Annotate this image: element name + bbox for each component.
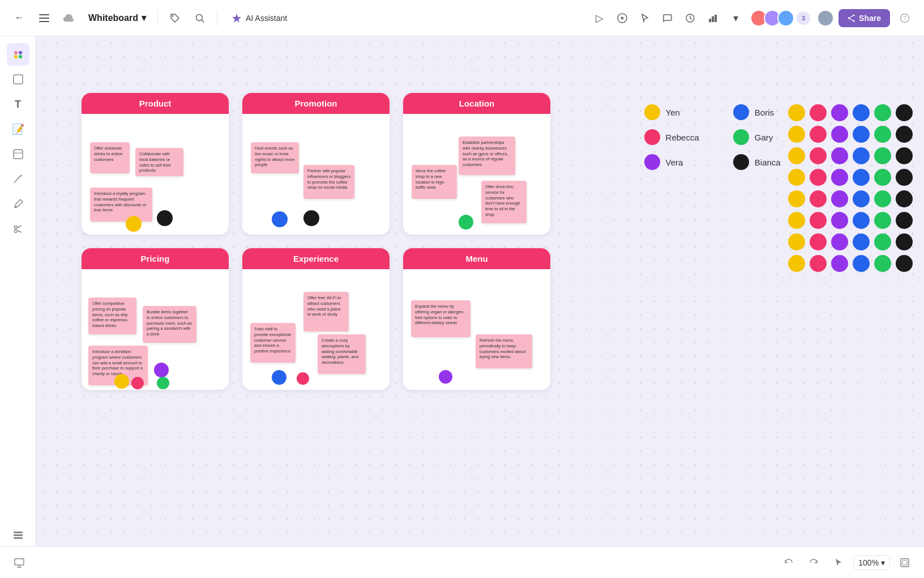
color-grid-dot[interactable] <box>896 190 913 207</box>
sticky-8[interactable]: Offer drive-thru service for customers w… <box>481 181 527 223</box>
menu-button[interactable] <box>34 8 54 28</box>
sticky-9[interactable]: Offer competitive pricing on popular ite… <box>88 298 136 334</box>
color-grid-dot[interactable] <box>788 233 805 250</box>
canvas[interactable]: Product Offer seasonal drinks to entice … <box>36 36 924 578</box>
sticky-5[interactable]: Partner with popular influencers or blog… <box>303 165 354 199</box>
sidebar-tool-note[interactable]: 📝 <box>7 118 29 141</box>
color-grid-dot[interactable] <box>831 169 848 186</box>
color-grid-dot[interactable] <box>874 233 891 250</box>
color-grid-dot[interactable] <box>874 104 891 121</box>
sidebar-tool-shape[interactable] <box>7 143 29 165</box>
sticky-10[interactable]: Bundle items together to entice customer… <box>143 306 196 343</box>
color-grid-dot[interactable] <box>810 233 827 250</box>
color-grid-dot[interactable] <box>853 255 870 272</box>
color-grid-dot[interactable] <box>853 126 870 143</box>
color-grid-dot[interactable] <box>810 190 827 207</box>
sidebar-tool-scissors[interactable] <box>7 218 29 240</box>
color-grid-dot[interactable] <box>831 233 848 250</box>
sticky-3[interactable]: Introduce a loyalty program that rewards… <box>90 188 152 222</box>
color-grid-dot[interactable] <box>831 126 848 143</box>
color-grid-dot[interactable] <box>853 104 870 121</box>
sticky-2[interactable]: Collaborate with local bakeries or cafes… <box>135 148 183 176</box>
sticky-15[interactable]: Expand the menu by offering vegan or all… <box>411 300 470 337</box>
sidebar-tool-list[interactable] <box>7 524 29 546</box>
sticky-14[interactable]: Create a cozy atmosphere by adding comfo… <box>318 334 366 374</box>
current-user-avatar[interactable] <box>817 10 834 27</box>
color-grid-dot[interactable] <box>896 169 913 186</box>
card-pricing-body: Offer competitive pricing on popular ite… <box>82 269 229 386</box>
color-grid-dot[interactable] <box>788 212 805 229</box>
color-grid-dot[interactable] <box>788 126 805 143</box>
color-grid-dot[interactable] <box>896 233 913 250</box>
whiteboard-title[interactable]: Whiteboard ▾ <box>84 10 151 26</box>
play-button[interactable] <box>612 8 632 28</box>
color-grid-dot[interactable] <box>831 190 848 207</box>
redo-button[interactable] <box>803 552 824 573</box>
color-grid-dot[interactable] <box>788 190 805 207</box>
color-grid-dot[interactable] <box>810 147 827 164</box>
color-grid-dot[interactable] <box>896 212 913 229</box>
cursor-tool-button[interactable] <box>828 552 849 573</box>
sticky-1[interactable]: Offer seasonal drinks to entice customer… <box>90 142 130 173</box>
tag-button[interactable] <box>165 8 185 28</box>
color-grid-dot[interactable] <box>831 255 848 272</box>
expand-button[interactable]: ▷ <box>589 8 610 28</box>
color-grid-dot[interactable] <box>810 212 827 229</box>
color-grid-dot[interactable] <box>896 147 913 164</box>
color-grid-dot[interactable] <box>788 147 805 164</box>
color-grid-dot[interactable] <box>896 104 913 121</box>
color-grid-dot[interactable] <box>853 212 870 229</box>
color-grid-dot[interactable] <box>788 255 805 272</box>
color-grid-dot[interactable] <box>853 169 870 186</box>
color-grid-dot[interactable] <box>788 169 805 186</box>
cloud-button[interactable] <box>59 8 79 28</box>
color-grid-dot[interactable] <box>874 147 891 164</box>
comment-button[interactable] <box>657 8 678 28</box>
color-grid-dot[interactable] <box>853 190 870 207</box>
color-grid-dot[interactable] <box>810 255 827 272</box>
card-pricing: Pricing Offer competitive pricing on pop… <box>82 248 229 390</box>
color-grid-dot[interactable] <box>874 212 891 229</box>
back-button[interactable]: ← <box>9 8 29 28</box>
search-button[interactable] <box>190 8 210 28</box>
sticky-6[interactable]: Move the coffee shop to a new location i… <box>412 165 457 199</box>
color-grid-dot[interactable] <box>853 147 870 164</box>
sidebar-tool-palette[interactable] <box>7 43 29 66</box>
color-grid-dot[interactable] <box>831 147 848 164</box>
color-grid-dot[interactable] <box>853 233 870 250</box>
color-grid-dot[interactable] <box>788 104 805 121</box>
sidebar-tool-text[interactable]: T <box>7 93 29 116</box>
presentation-button[interactable] <box>9 552 29 573</box>
share-button[interactable]: Share <box>839 9 890 27</box>
color-grid-dot[interactable] <box>831 212 848 229</box>
color-grid-dot[interactable] <box>810 169 827 186</box>
help-button[interactable]: ? <box>895 8 915 28</box>
history-button[interactable] <box>680 8 700 28</box>
ai-assistant-button[interactable]: AI Assistant <box>224 9 294 27</box>
color-grid-dot[interactable] <box>810 104 827 121</box>
sticky-13[interactable]: Train staff to provide exceptional custo… <box>250 323 296 363</box>
cursor-button[interactable] <box>635 8 655 28</box>
svg-rect-33 <box>14 537 23 539</box>
zoom-label[interactable]: 100% ▾ <box>853 555 890 570</box>
color-grid-dot[interactable] <box>896 255 913 272</box>
fit-button[interactable] <box>895 552 915 573</box>
sidebar-tool-select[interactable] <box>7 68 29 91</box>
color-grid-dot[interactable] <box>874 190 891 207</box>
sticky-7[interactable]: Establish partnerships with nearby busin… <box>459 137 515 175</box>
color-grid-dot[interactable] <box>896 126 913 143</box>
color-grid-dot[interactable] <box>874 169 891 186</box>
color-grid-dot[interactable] <box>831 104 848 121</box>
sidebar-tool-line[interactable] <box>7 168 29 190</box>
sticky-12[interactable]: Offer free Wi-Fi to attract customers wh… <box>303 292 349 332</box>
more-button[interactable]: ▾ <box>725 8 746 28</box>
color-grid-dot[interactable] <box>874 255 891 272</box>
chart-button[interactable] <box>703 8 723 28</box>
sticky-4[interactable]: Host events such as live music or trivia… <box>251 142 299 173</box>
svg-point-27 <box>14 226 17 229</box>
color-grid-dot[interactable] <box>874 126 891 143</box>
sidebar-tool-pen[interactable] <box>7 193 29 215</box>
sticky-16[interactable]: Refresh the menu periodically to keep cu… <box>476 334 532 368</box>
color-grid-dot[interactable] <box>810 126 827 143</box>
undo-button[interactable] <box>778 552 799 573</box>
